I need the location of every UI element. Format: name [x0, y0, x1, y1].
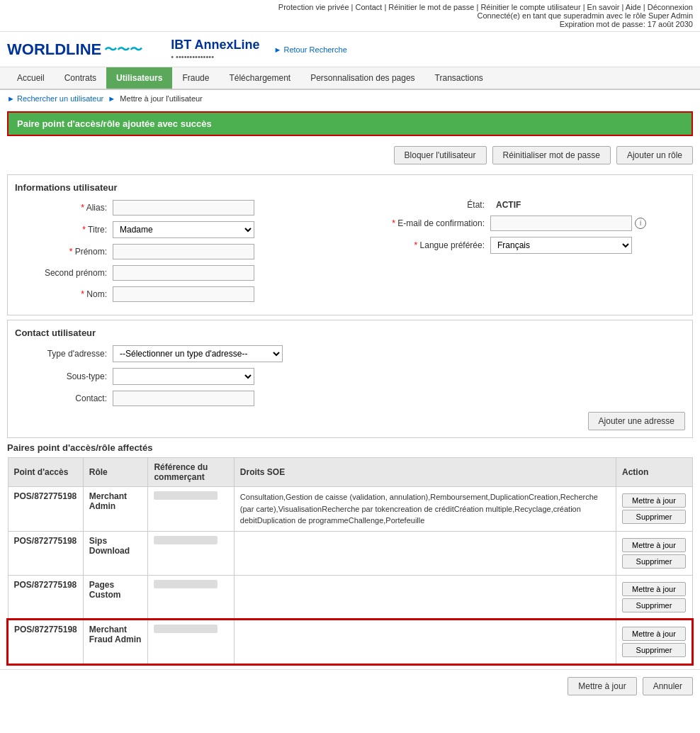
pairs-title: Paires point d'accès/rôle affectés — [7, 442, 693, 453]
action-cell: Mettre à jour Supprimer — [616, 531, 692, 575]
nom-input[interactable] — [113, 286, 254, 302]
top-bar-links: Protection vie privée | Contact | Réinit… — [278, 3, 693, 11]
contact-label: Contact: — [15, 393, 107, 403]
save-button[interactable]: Mettre à jour — [568, 677, 636, 695]
user-info-form: * Alias: * Titre: Madame Monsieur * Prén… — [15, 200, 685, 308]
second-prenom-input[interactable] — [113, 265, 254, 281]
logo: WORLDLINE 〜〜〜 — [7, 40, 142, 59]
table-row: POS/872775198 Merchant Admin Consultatio… — [8, 487, 692, 532]
action-cell: Mettre à jour Supprimer — [616, 620, 692, 664]
email-input[interactable] — [490, 216, 632, 231]
logo-waves: 〜〜〜 — [104, 41, 142, 58]
delete-button-4[interactable]: Supprimer — [622, 643, 686, 657]
merchant-info: IBT AnnexLine • •••••••••••••• — [171, 38, 259, 61]
titre-row: * Titre: Madame Monsieur — [15, 221, 336, 238]
titre-label: * Titre: — [15, 225, 107, 235]
prenom-input[interactable] — [113, 244, 254, 259]
etat-label: État: — [364, 200, 485, 210]
breadcrumb-search[interactable]: ► Rechercher un utilisateur — [7, 94, 103, 103]
update-button-3[interactable]: Mettre à jour — [622, 582, 686, 596]
block-user-button[interactable]: Bloquer l'utilisateur — [394, 146, 487, 164]
nom-label: * Nom: — [15, 289, 107, 299]
rights-cell — [234, 575, 616, 620]
delete-button-3[interactable]: Supprimer — [622, 598, 686, 612]
nav-transactions[interactable]: Transactions — [425, 67, 493, 89]
col-ref: Référence du commerçant — [148, 458, 234, 487]
connected-as: Connecté(e) en tant que superadmin avec … — [477, 11, 693, 20]
bottom-actions: Mettre à jour Annuler — [0, 669, 700, 703]
prenom-label: * Prénom: — [15, 247, 107, 257]
second-prenom-label: Second prénom: — [15, 268, 107, 278]
logo-text: WORLDLINE — [7, 40, 101, 59]
col-rights: Droits SOE — [234, 458, 616, 487]
role-cell: Pages Custom — [83, 575, 148, 620]
alias-row: * Alias: — [15, 200, 336, 216]
email-row: * E-mail de confirmation: i — [364, 216, 685, 231]
expiration: Expiration mot de passe: 17 août 2030 — [560, 20, 693, 28]
titre-select[interactable]: Madame Monsieur — [113, 221, 254, 238]
type-adresse-select[interactable]: --Sélectionner un type d'adresse-- — [113, 345, 283, 362]
nav-personnalisation[interactable]: Personnalisation des pages — [300, 67, 424, 89]
success-banner: Paire point d'accès/rôle ajoutée avec su… — [7, 111, 693, 136]
merchant-name: IBT AnnexLine — [171, 38, 259, 52]
top-bar: Protection vie privée | Contact | Réinit… — [0, 0, 700, 32]
action-cell: Mettre à jour Supprimer — [616, 575, 692, 620]
col-access: Point d'accès — [8, 458, 83, 487]
role-cell: Sips Download — [83, 531, 148, 575]
etat-value: ACTIF — [496, 200, 521, 210]
nav-telechargement[interactable]: Téléchargement — [219, 67, 300, 89]
ref-cell — [148, 531, 234, 575]
cancel-button[interactable]: Annuler — [643, 677, 693, 695]
role-cell: Merchant Admin — [83, 487, 148, 532]
delete-button-2[interactable]: Supprimer — [622, 554, 686, 569]
access-cell: POS/872775198 — [8, 531, 83, 575]
merchant-id: • •••••••••••••• — [171, 52, 259, 61]
sous-type-row: Sous-type: — [15, 368, 685, 385]
user-info-left: * Alias: * Titre: Madame Monsieur * Prén… — [15, 200, 336, 308]
ref-cell — [148, 575, 234, 620]
langue-row: * Langue préférée: Français English — [364, 237, 685, 254]
type-adresse-label: Type d'adresse: — [15, 349, 107, 359]
breadcrumb-current: Mettre à jour l'utilisateur — [120, 94, 202, 103]
delete-button-1[interactable]: Supprimer — [622, 510, 686, 524]
pairs-table: Point d'accès Rôle Référence du commerça… — [7, 457, 693, 665]
nav-utilisateurs[interactable]: Utilisateurs — [106, 67, 172, 89]
alias-label: * Alias: — [15, 203, 107, 213]
user-info-title: Informations utilisateur — [15, 182, 685, 193]
table-row: POS/872775198 Sips Download Mettre à jou… — [8, 531, 692, 575]
add-address-button[interactable]: Ajouter une adresse — [588, 412, 685, 430]
ref-cell — [148, 620, 234, 664]
nav-contrats[interactable]: Contrats — [55, 67, 106, 89]
action-row: Bloquer l'utilisateur Réinitialiser mot … — [0, 140, 700, 170]
contact-row: Contact: — [15, 391, 685, 406]
breadcrumb: ► Rechercher un utilisateur ► Mettre à j… — [0, 90, 700, 107]
info-icon[interactable]: i — [635, 218, 646, 229]
nav-accueil[interactable]: Accueil — [7, 67, 55, 89]
access-cell: POS/872775198 — [8, 620, 83, 664]
update-button-2[interactable]: Mettre à jour — [622, 538, 686, 552]
action-cell: Mettre à jour Supprimer — [616, 487, 692, 532]
update-button-4[interactable]: Mettre à jour — [622, 627, 686, 641]
access-cell: POS/872775198 — [8, 487, 83, 532]
table-row-highlighted: POS/872775198 Merchant Fraud Admin Mettr… — [8, 620, 692, 664]
nav-fraude[interactable]: Fraude — [172, 67, 219, 89]
back-link[interactable]: ► Retour Recherche — [274, 45, 347, 54]
rights-cell: Consultation,Gestion de caisse (validati… — [234, 487, 616, 532]
rights-text: Consultation,Gestion de caisse (validati… — [240, 493, 598, 525]
add-role-button[interactable]: Ajouter un rôle — [616, 146, 693, 164]
rights-cell — [234, 620, 616, 664]
ref-cell — [148, 487, 234, 532]
langue-select[interactable]: Français English — [490, 237, 632, 254]
second-prenom-row: Second prénom: — [15, 265, 336, 281]
sous-type-select[interactable] — [113, 368, 254, 385]
sous-type-label: Sous-type: — [15, 371, 107, 381]
pairs-section: Paires point d'accès/rôle affectés Point… — [7, 442, 693, 665]
contact-section: Contact utilisateur Type d'adresse: --Sé… — [7, 320, 693, 438]
header: WORLDLINE 〜〜〜 IBT AnnexLine • ••••••••••… — [0, 32, 700, 67]
contact-input[interactable] — [113, 391, 254, 406]
alias-input[interactable] — [113, 200, 254, 216]
type-adresse-row: Type d'adresse: --Sélectionner un type d… — [15, 345, 685, 362]
user-info-section: Informations utilisateur * Alias: * Titr… — [7, 174, 693, 315]
update-button-1[interactable]: Mettre à jour — [622, 493, 686, 508]
reset-password-button[interactable]: Réinitialiser mot de passe — [492, 146, 611, 164]
